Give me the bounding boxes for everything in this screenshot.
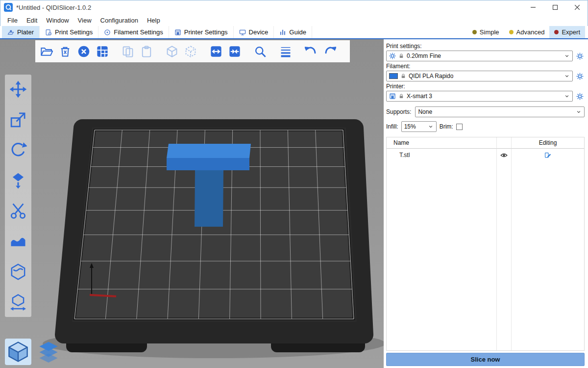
plater-icon [7,29,14,36]
redo-icon [323,45,336,58]
add-instance-button[interactable] [165,43,179,60]
view-switcher [5,339,62,365]
variable-layer-height-button[interactable] [278,43,293,60]
rotate-button[interactable] [9,141,27,159]
object-list-filler [497,161,512,350]
menu-file[interactable]: File [3,17,22,24]
paste-button[interactable] [139,43,154,60]
main-content: Print settings: 0.20mm Fine Filament: QI… [0,39,588,368]
mode-label: Simple [480,28,499,36]
print-settings-combo[interactable]: 0.20mm Fine [386,51,573,61]
printer-icon [389,93,396,100]
minimize-button[interactable] [522,0,544,15]
title-bar: *Untitled - QIDISlicer-1.0.2 [0,0,588,15]
paint-supports-button[interactable] [9,233,27,250]
tab-guide[interactable]: Guide [274,26,312,38]
object-edit-button[interactable] [512,149,584,161]
mode-selector: Simple Advanced Expert [467,26,585,38]
tab-filament-settings[interactable]: Filament Settings [98,26,169,38]
preview-layers-icon [38,341,59,363]
measure-button[interactable] [9,293,27,311]
scale-button[interactable] [9,111,27,129]
filament-combo[interactable]: QIDI PLA Rapido [386,71,573,81]
arrange-button[interactable] [95,43,110,60]
cut-button[interactable] [9,202,27,220]
lock-icon [400,73,406,79]
filament-label: Filament: [386,63,585,70]
tab-printer-settings[interactable]: Printer Settings [169,26,234,38]
seam-button[interactable] [9,263,27,281]
tab-plater[interactable]: Plater [2,26,40,38]
column-header-visibility [497,137,512,149]
infill-combo[interactable]: 15% [401,121,437,132]
menu-edit[interactable]: Edit [22,17,42,24]
chevron-down-icon [428,124,434,130]
tab-label: Printer Settings [184,28,228,36]
chevron-down-icon [576,109,582,115]
brim-checkbox[interactable] [456,124,463,130]
split-to-objects-button[interactable] [209,43,223,60]
copy-button[interactable] [121,43,135,60]
move-button[interactable] [9,80,27,98]
column-header-editing: Editing [512,137,584,149]
preview-view-button[interactable] [35,339,62,365]
toolbar-separator [246,51,249,52]
rotate-icon [9,141,27,159]
object-visibility-toggle[interactable] [497,149,512,161]
printer-combo[interactable]: X-smart 3 [386,91,573,102]
maximize-button[interactable] [544,0,566,15]
filament-color-swatch [389,73,398,79]
undo-button[interactable] [304,43,318,60]
toolbar-separator [114,51,117,52]
viewport-3d[interactable] [0,39,384,368]
measure-icon [9,293,27,311]
menu-help[interactable]: Help [143,17,165,24]
printer-edit-button[interactable] [575,91,585,102]
supports-value: None [418,108,432,115]
preset-gear-icon [389,53,396,59]
tab-device[interactable]: Device [234,26,274,38]
menu-configuration[interactable]: Configuration [96,17,143,24]
redo-button[interactable] [322,43,337,60]
paint-supports-icon [9,233,27,250]
delete-button[interactable] [58,43,73,60]
close-button[interactable] [566,0,588,15]
search-icon [254,45,267,58]
infill-value: 15% [404,123,416,130]
object-row-name[interactable]: T.stl [387,149,497,161]
mode-advanced[interactable]: Advanced [504,26,550,38]
print-settings-icon [45,29,52,36]
mode-simple[interactable]: Simple [467,26,504,38]
tab-label: Device [249,28,269,36]
tab-label: Print Settings [55,28,93,36]
tab-print-settings[interactable]: Print Settings [40,26,98,38]
printer-label: Printer: [386,83,585,90]
open-button[interactable] [39,43,54,60]
move-icon [9,80,27,98]
guide-icon [279,29,286,36]
device-monitor-icon [239,29,246,36]
filament-edit-button[interactable] [575,71,585,81]
mode-expert[interactable]: Expert [549,26,585,38]
remove-instance-button[interactable] [183,43,198,60]
scene-3d[interactable] [0,39,384,368]
edit-icon [544,152,551,158]
delete-all-icon [77,45,90,58]
supports-combo[interactable]: None [415,106,585,117]
delete-all-button[interactable] [76,43,91,60]
object-list-filler [387,161,497,350]
menu-window[interactable]: Window [42,17,73,24]
printer-row: X-smart 3 [386,91,585,102]
menu-view[interactable]: View [74,17,96,24]
place-on-face-button[interactable] [9,172,27,189]
mode-label: Advanced [516,28,545,36]
window-controls [522,0,588,15]
undo-icon [305,45,318,58]
print-settings-edit-button[interactable] [575,51,585,61]
slice-now-button[interactable]: Slice now [386,353,585,366]
editor-view-button[interactable] [5,339,31,365]
lock-icon [398,53,404,59]
split-to-parts-button[interactable] [227,43,242,60]
supports-label: Supports: [386,108,411,115]
search-button[interactable] [253,43,268,60]
